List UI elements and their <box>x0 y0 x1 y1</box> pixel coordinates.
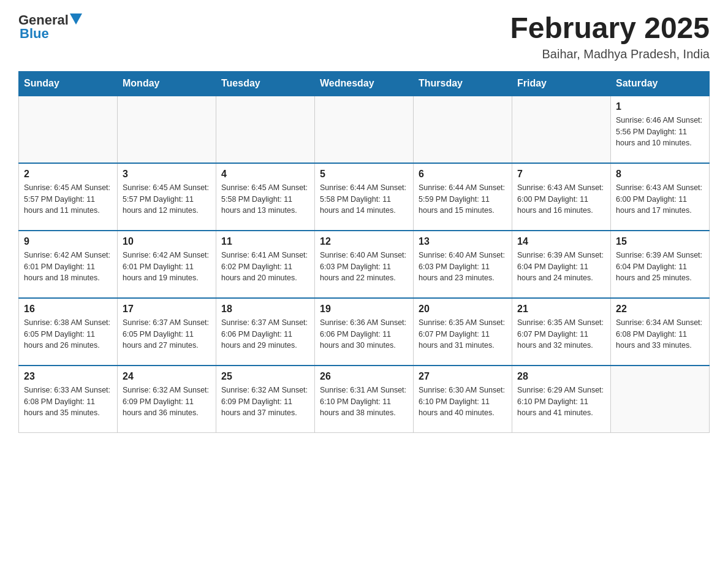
calendar-day-cell: 28Sunrise: 6:29 AM Sunset: 6:10 PM Dayli… <box>512 366 611 433</box>
calendar-day-cell: 17Sunrise: 6:37 AM Sunset: 6:05 PM Dayli… <box>118 298 216 366</box>
calendar-day-cell: 12Sunrise: 6:40 AM Sunset: 6:03 PM Dayli… <box>315 231 414 298</box>
calendar-day-cell: 18Sunrise: 6:37 AM Sunset: 6:06 PM Dayli… <box>216 298 315 366</box>
calendar-day-cell: 2Sunrise: 6:45 AM Sunset: 5:57 PM Daylig… <box>19 163 118 231</box>
day-of-week-header: Wednesday <box>315 71 414 96</box>
day-number: 18 <box>221 304 309 315</box>
day-info: Sunrise: 6:32 AM Sunset: 6:09 PM Dayligh… <box>123 385 211 419</box>
day-number: 2 <box>24 169 112 180</box>
day-info: Sunrise: 6:43 AM Sunset: 6:00 PM Dayligh… <box>517 182 605 216</box>
day-info: Sunrise: 6:35 AM Sunset: 6:07 PM Dayligh… <box>517 317 605 351</box>
day-number: 13 <box>419 236 507 247</box>
calendar-day-cell <box>216 96 315 163</box>
day-info: Sunrise: 6:39 AM Sunset: 6:04 PM Dayligh… <box>517 250 605 284</box>
calendar-day-cell: 4Sunrise: 6:45 AM Sunset: 5:58 PM Daylig… <box>216 163 315 231</box>
day-info: Sunrise: 6:45 AM Sunset: 5:57 PM Dayligh… <box>123 182 211 216</box>
day-info: Sunrise: 6:38 AM Sunset: 6:05 PM Dayligh… <box>24 317 112 351</box>
day-info: Sunrise: 6:46 AM Sunset: 5:56 PM Dayligh… <box>616 115 704 149</box>
day-number: 3 <box>123 169 211 180</box>
day-of-week-header: Tuesday <box>216 71 315 96</box>
day-of-week-header: Saturday <box>611 71 710 96</box>
day-info: Sunrise: 6:40 AM Sunset: 6:03 PM Dayligh… <box>419 250 507 284</box>
day-info: Sunrise: 6:33 AM Sunset: 6:08 PM Dayligh… <box>24 385 112 419</box>
calendar-day-cell: 11Sunrise: 6:41 AM Sunset: 6:02 PM Dayli… <box>216 231 315 298</box>
day-number: 16 <box>24 304 112 315</box>
calendar-day-cell: 19Sunrise: 6:36 AM Sunset: 6:06 PM Dayli… <box>315 298 414 366</box>
day-info: Sunrise: 6:37 AM Sunset: 6:05 PM Dayligh… <box>123 317 211 351</box>
calendar-title: February 2025 <box>510 12 710 45</box>
day-number: 4 <box>221 169 309 180</box>
calendar-day-cell <box>512 96 611 163</box>
day-number: 22 <box>616 304 704 315</box>
calendar-day-cell <box>118 96 216 163</box>
day-number: 17 <box>123 304 211 315</box>
calendar-subtitle: Baihar, Madhya Pradesh, India <box>510 47 710 61</box>
day-info: Sunrise: 6:35 AM Sunset: 6:07 PM Dayligh… <box>419 317 507 351</box>
day-info: Sunrise: 6:36 AM Sunset: 6:06 PM Dayligh… <box>320 317 408 351</box>
calendar-day-cell <box>315 96 414 163</box>
day-of-week-header: Sunday <box>19 71 118 96</box>
calendar-day-cell: 22Sunrise: 6:34 AM Sunset: 6:08 PM Dayli… <box>611 298 710 366</box>
day-info: Sunrise: 6:39 AM Sunset: 6:04 PM Dayligh… <box>616 250 704 284</box>
calendar-week-row: 16Sunrise: 6:38 AM Sunset: 6:05 PM Dayli… <box>19 298 710 366</box>
day-number: 5 <box>320 169 408 180</box>
day-info: Sunrise: 6:41 AM Sunset: 6:02 PM Dayligh… <box>221 250 309 284</box>
day-number: 25 <box>221 371 309 382</box>
day-info: Sunrise: 6:34 AM Sunset: 6:08 PM Dayligh… <box>616 317 704 351</box>
calendar-day-cell: 27Sunrise: 6:30 AM Sunset: 6:10 PM Dayli… <box>414 366 512 433</box>
day-number: 9 <box>24 236 112 247</box>
calendar-day-cell: 1Sunrise: 6:46 AM Sunset: 5:56 PM Daylig… <box>611 96 710 163</box>
calendar-day-cell <box>414 96 512 163</box>
calendar-day-cell: 23Sunrise: 6:33 AM Sunset: 6:08 PM Dayli… <box>19 366 118 433</box>
calendar-day-cell: 7Sunrise: 6:43 AM Sunset: 6:00 PM Daylig… <box>512 163 611 231</box>
calendar-day-cell: 15Sunrise: 6:39 AM Sunset: 6:04 PM Dayli… <box>611 231 710 298</box>
logo-blue-text: Blue <box>20 26 49 42</box>
page-header: General Blue February 2025 Baihar, Madhy… <box>18 12 710 61</box>
day-info: Sunrise: 6:40 AM Sunset: 6:03 PM Dayligh… <box>320 250 408 284</box>
day-of-week-header: Thursday <box>414 71 512 96</box>
day-number: 11 <box>221 236 309 247</box>
calendar-day-cell: 21Sunrise: 6:35 AM Sunset: 6:07 PM Dayli… <box>512 298 611 366</box>
calendar-day-cell: 8Sunrise: 6:43 AM Sunset: 6:00 PM Daylig… <box>611 163 710 231</box>
calendar-day-cell: 6Sunrise: 6:44 AM Sunset: 5:59 PM Daylig… <box>414 163 512 231</box>
day-of-week-header: Friday <box>512 71 611 96</box>
day-number: 15 <box>616 236 704 247</box>
day-info: Sunrise: 6:30 AM Sunset: 6:10 PM Dayligh… <box>419 385 507 419</box>
day-number: 27 <box>419 371 507 382</box>
calendar-day-cell: 24Sunrise: 6:32 AM Sunset: 6:09 PM Dayli… <box>118 366 216 433</box>
day-info: Sunrise: 6:44 AM Sunset: 5:58 PM Dayligh… <box>320 182 408 216</box>
calendar-day-cell: 20Sunrise: 6:35 AM Sunset: 6:07 PM Dayli… <box>414 298 512 366</box>
day-info: Sunrise: 6:45 AM Sunset: 5:58 PM Dayligh… <box>221 182 309 216</box>
day-number: 21 <box>517 304 605 315</box>
calendar-day-cell: 25Sunrise: 6:32 AM Sunset: 6:09 PM Dayli… <box>216 366 315 433</box>
calendar-day-cell: 3Sunrise: 6:45 AM Sunset: 5:57 PM Daylig… <box>118 163 216 231</box>
day-number: 28 <box>517 371 605 382</box>
day-number: 8 <box>616 169 704 180</box>
calendar-day-cell: 9Sunrise: 6:42 AM Sunset: 6:01 PM Daylig… <box>19 231 118 298</box>
day-info: Sunrise: 6:37 AM Sunset: 6:06 PM Dayligh… <box>221 317 309 351</box>
day-number: 1 <box>616 101 704 112</box>
calendar-day-cell: 16Sunrise: 6:38 AM Sunset: 6:05 PM Dayli… <box>19 298 118 366</box>
calendar-table: SundayMondayTuesdayWednesdayThursdayFrid… <box>18 71 710 434</box>
calendar-day-cell: 14Sunrise: 6:39 AM Sunset: 6:04 PM Dayli… <box>512 231 611 298</box>
calendar-day-cell: 13Sunrise: 6:40 AM Sunset: 6:03 PM Dayli… <box>414 231 512 298</box>
day-info: Sunrise: 6:31 AM Sunset: 6:10 PM Dayligh… <box>320 385 408 419</box>
calendar-week-row: 1Sunrise: 6:46 AM Sunset: 5:56 PM Daylig… <box>19 96 710 163</box>
calendar-day-cell <box>19 96 118 163</box>
calendar-week-row: 23Sunrise: 6:33 AM Sunset: 6:08 PM Dayli… <box>19 366 710 433</box>
day-number: 19 <box>320 304 408 315</box>
day-number: 20 <box>419 304 507 315</box>
day-info: Sunrise: 6:43 AM Sunset: 6:00 PM Dayligh… <box>616 182 704 216</box>
calendar-day-cell: 26Sunrise: 6:31 AM Sunset: 6:10 PM Dayli… <box>315 366 414 433</box>
calendar-header-row: SundayMondayTuesdayWednesdayThursdayFrid… <box>19 71 710 96</box>
calendar-day-cell: 10Sunrise: 6:42 AM Sunset: 6:01 PM Dayli… <box>118 231 216 298</box>
logo-triangle-icon <box>70 13 82 25</box>
calendar-day-cell <box>611 366 710 433</box>
day-info: Sunrise: 6:45 AM Sunset: 5:57 PM Dayligh… <box>24 182 112 216</box>
day-number: 10 <box>123 236 211 247</box>
title-block: February 2025 Baihar, Madhya Pradesh, In… <box>510 12 710 61</box>
day-number: 6 <box>419 169 507 180</box>
day-of-week-header: Monday <box>118 71 216 96</box>
calendar-week-row: 2Sunrise: 6:45 AM Sunset: 5:57 PM Daylig… <box>19 163 710 231</box>
day-number: 12 <box>320 236 408 247</box>
day-number: 7 <box>517 169 605 180</box>
